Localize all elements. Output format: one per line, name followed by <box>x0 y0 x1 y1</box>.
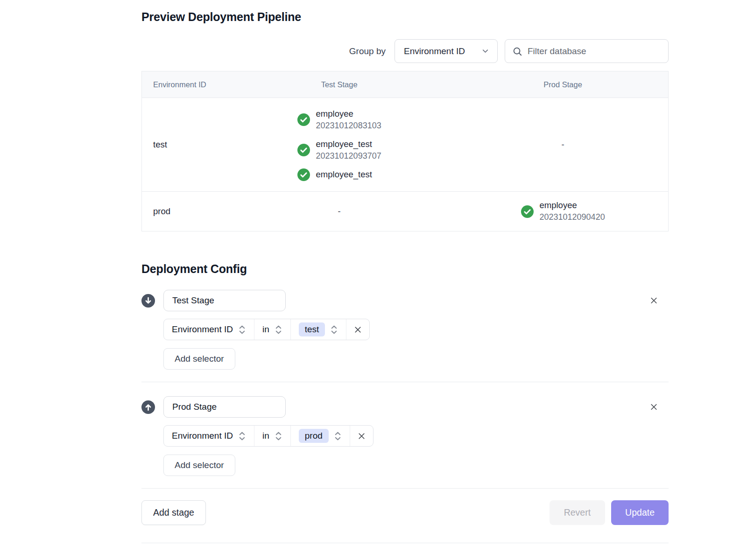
chevron-down-icon <box>481 47 490 56</box>
pipeline-toolbar: Group by Environment ID <box>141 39 669 63</box>
selector-value-dropdown[interactable]: test <box>290 319 346 340</box>
empty-stage-placeholder: - <box>562 140 564 150</box>
column-header-test-stage: Test Stage <box>221 80 458 89</box>
stage-name-input[interactable] <box>163 396 286 418</box>
remove-stage-button[interactable] <box>648 401 660 413</box>
selector-row: Environment ID in prod <box>163 425 374 447</box>
selector-value-tag: test <box>299 322 325 336</box>
selector-field-dropdown[interactable]: Environment ID <box>164 426 254 446</box>
filter-database-box <box>505 39 669 63</box>
check-circle-icon <box>521 205 534 218</box>
selector-operator-dropdown[interactable]: in <box>254 426 290 446</box>
table-row-test: test employee 20231012083103 <box>142 98 668 191</box>
up-down-chevrons-icon <box>275 324 282 335</box>
up-down-chevrons-icon <box>238 324 246 335</box>
config-footer: Add stage Revert Update <box>141 500 669 525</box>
stage-name-input[interactable] <box>163 290 286 311</box>
selector-operator-value: in <box>262 431 269 441</box>
deployment-config-title: Deployment Config <box>141 262 669 276</box>
table-row-prod: prod - employee 20231012090420 <box>142 191 668 231</box>
selector-value-dropdown[interactable]: prod <box>290 426 350 446</box>
database-name: employee <box>316 108 381 119</box>
selector-value-tag: prod <box>299 429 329 443</box>
column-header-prod-stage: Prod Stage <box>458 80 668 89</box>
check-circle-icon <box>297 113 310 126</box>
arrow-up-circle-icon <box>141 400 155 414</box>
database-name: employee_test <box>316 139 381 150</box>
up-down-chevrons-icon <box>334 431 342 441</box>
bottom-divider <box>141 543 669 543</box>
group-by-selected-value: Environment ID <box>404 46 465 56</box>
up-down-chevrons-icon <box>238 431 246 441</box>
selector-field-value: Environment ID <box>172 324 233 335</box>
pipeline-table-header: Environment ID Test Stage Prod Stage <box>142 71 668 98</box>
up-down-chevrons-icon <box>275 431 282 441</box>
selector-operator-value: in <box>262 324 269 335</box>
close-icon <box>649 300 659 307</box>
stage-config-test: Environment ID in test <box>141 290 669 370</box>
remove-stage-button[interactable] <box>648 295 660 307</box>
empty-stage-placeholder: - <box>338 206 341 217</box>
database-name: employee_test <box>316 169 372 180</box>
search-icon <box>512 46 522 56</box>
database-entry: employee 20231012083103 <box>297 108 381 131</box>
database-version: 20231012090420 <box>540 212 605 223</box>
remove-selector-button[interactable] <box>350 426 373 446</box>
group-by-label: Group by <box>349 46 386 56</box>
check-circle-icon <box>297 168 310 181</box>
group-by-select[interactable]: Environment ID <box>395 39 498 63</box>
remove-selector-button[interactable] <box>346 319 369 340</box>
database-entry: employee_test <box>297 168 381 181</box>
arrow-down-circle-icon <box>141 294 155 308</box>
filter-database-input[interactable] <box>528 46 661 56</box>
database-version: 20231012083103 <box>316 120 381 131</box>
stage-divider <box>141 382 669 382</box>
pipeline-table: Environment ID Test Stage Prod Stage tes… <box>141 71 669 231</box>
test-stage-entries: employee 20231012083103 employee_test 20… <box>297 108 381 181</box>
close-icon <box>353 325 363 335</box>
environment-id-value: test <box>153 140 167 149</box>
database-version: 20231012093707 <box>316 151 381 161</box>
add-selector-button[interactable]: Add selector <box>163 348 235 370</box>
database-entry: employee 20231012090420 <box>521 200 605 223</box>
close-icon <box>357 431 366 441</box>
column-header-environment-id: Environment ID <box>142 80 221 89</box>
database-entry: employee_test 20231012093707 <box>297 139 381 161</box>
revert-button[interactable]: Revert <box>550 500 605 525</box>
selector-field-dropdown[interactable]: Environment ID <box>164 319 254 340</box>
database-name: employee <box>540 200 605 211</box>
selector-row: Environment ID in test <box>163 319 370 340</box>
add-stage-button[interactable]: Add stage <box>141 500 206 525</box>
main-content: Preview Deployment Pipeline Group by Env… <box>141 0 669 543</box>
environment-id-value: prod <box>153 206 170 216</box>
selector-operator-dropdown[interactable]: in <box>254 319 290 340</box>
footer-divider <box>141 488 669 489</box>
selector-field-value: Environment ID <box>172 431 233 441</box>
stage-config-prod: Environment ID in prod <box>141 396 669 476</box>
up-down-chevrons-icon <box>330 324 338 335</box>
add-selector-button[interactable]: Add selector <box>163 455 235 476</box>
check-circle-icon <box>297 144 310 156</box>
update-button[interactable]: Update <box>611 500 669 525</box>
page-title: Preview Deployment Pipeline <box>141 0 669 24</box>
close-icon <box>649 406 659 413</box>
